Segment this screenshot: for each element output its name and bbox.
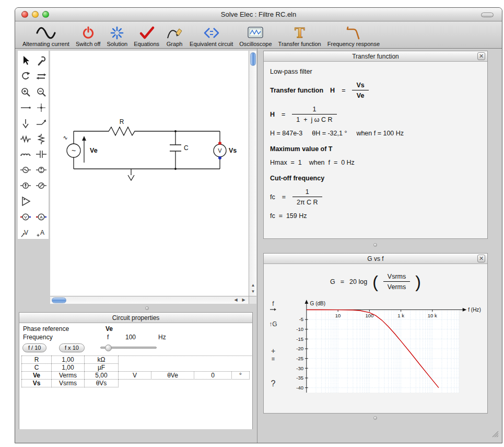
- ground-tool[interactable]: [19, 118, 32, 129]
- scroll-right-button[interactable]: ▶: [240, 296, 248, 304]
- svg-text:-30: -30: [296, 365, 303, 371]
- freq-divide-button[interactable]: f / 10: [22, 343, 46, 352]
- cutoff-equation: fc = 1 2π C R: [270, 188, 481, 206]
- current-label-tool[interactable]: A: [34, 227, 48, 238]
- switch-off-button[interactable]: Switch off: [73, 22, 104, 47]
- freq-multiply-button[interactable]: f x 10: [59, 343, 85, 352]
- g-vs-f-header: G vs f ✕: [264, 254, 487, 264]
- voltmeter-tool[interactable]: V: [19, 211, 32, 223]
- solution-button[interactable]: Solution: [103, 22, 131, 47]
- zoom-in-tool[interactable]: [19, 86, 32, 98]
- oscilloscope-button[interactable]: Oscilloscope: [236, 22, 275, 47]
- frequency-slider-knob[interactable]: [105, 345, 112, 351]
- frequency-value[interactable]: 100: [125, 334, 136, 341]
- capacitor-label: C: [184, 144, 189, 152]
- frequency-response-icon: [345, 24, 362, 40]
- svg-text:-10: -10: [296, 326, 303, 332]
- wire-tool[interactable]: [19, 102, 32, 113]
- phase-reference-value[interactable]: Ve: [106, 325, 113, 333]
- select-tool[interactable]: [19, 55, 32, 66]
- x-axis-variable-button[interactable]: f: [269, 301, 277, 312]
- maximum-heading: Maximum value of T: [270, 145, 481, 153]
- capacitor-tool[interactable]: [34, 148, 48, 160]
- wrench-tool[interactable]: [34, 55, 48, 66]
- left-splitter-handle[interactable]: [145, 306, 149, 310]
- svg-text:10: 10: [335, 313, 341, 318]
- scroll-up-button[interactable]: ▲: [249, 282, 257, 289]
- resistor-label: R: [120, 118, 124, 125]
- ac-source-tool[interactable]: [19, 164, 32, 176]
- ammeter-tool[interactable]: A: [34, 211, 48, 223]
- equivalent-circuit-button[interactable]: Equivalent circuit: [186, 22, 236, 47]
- current-source-tool[interactable]: [19, 180, 32, 191]
- canvas-horizontal-scrollbar[interactable]: ◀ ▶: [50, 296, 249, 304]
- component-value-cell[interactable]: 1,00: [51, 363, 85, 372]
- graph-icon: [166, 24, 183, 40]
- probe-tool[interactable]: [34, 118, 48, 129]
- help-button[interactable]: ?: [271, 380, 276, 388]
- rheostat-tool[interactable]: [34, 133, 48, 145]
- inductor-tool[interactable]: [19, 148, 32, 160]
- resistor-tool[interactable]: [19, 133, 32, 145]
- frequency-unit: Hz: [158, 334, 166, 341]
- solution-icon: [109, 24, 125, 40]
- component-name-cell: Vs: [21, 379, 52, 387]
- vsrms-verms-fraction: Vsrms Verms: [383, 273, 410, 291]
- right-splitter-handle-bottom[interactable]: [373, 416, 377, 420]
- panel-title: G vs f: [367, 255, 383, 262]
- alternating-current-button[interactable]: Alternating current: [19, 22, 73, 47]
- node-tool[interactable]: [34, 102, 48, 113]
- canvas-vertical-scrollbar[interactable]: ▲ ▼: [249, 51, 256, 296]
- table-row: Ve Verms 5,00 V θVe 0 °: [21, 371, 253, 380]
- circuit-canvas[interactable]: ~ ∿ V R C Ve Vs: [50, 51, 249, 296]
- svg-text:-20: -20: [296, 346, 303, 351]
- transfer-function-icon: T: [293, 24, 307, 40]
- transfer-function-header: Transfer function ✕: [264, 51, 487, 62]
- y-axis-variable-button[interactable]: ↑G: [269, 321, 277, 327]
- transfer-function-button[interactable]: T Transfer function: [275, 22, 324, 47]
- toolbar-toggle-button[interactable]: [481, 13, 494, 17]
- ac-marker: ∿: [63, 134, 67, 141]
- ve-arrowhead: [82, 136, 86, 141]
- controlled-source-tool[interactable]: [34, 180, 48, 191]
- component-value-cell[interactable]: 5,00: [84, 371, 119, 380]
- voltage-label-tool[interactable]: V: [19, 227, 32, 238]
- voltmeter-label: Vs: [229, 147, 237, 154]
- swap-tool[interactable]: [34, 71, 48, 82]
- zoom-out-tool[interactable]: [34, 86, 48, 98]
- junction-dot: [174, 130, 177, 132]
- pane-divider[interactable]: [257, 49, 257, 443]
- dc-source-tool[interactable]: [34, 164, 48, 176]
- frequency-response-button[interactable]: Frequency response: [324, 22, 383, 47]
- add-curve-button[interactable]: +≡: [271, 347, 275, 362]
- equals-lines-icon: ≡: [272, 356, 275, 362]
- equations-button[interactable]: Equations: [131, 22, 162, 47]
- frequency-slider[interactable]: [100, 347, 157, 349]
- component-value-cell[interactable]: 1,00: [51, 356, 85, 364]
- close-panel-button[interactable]: ✕: [477, 52, 485, 60]
- bode-plot: 101001 k10 k-5-10-15-20-25-30-35-40G (dB…: [283, 296, 487, 402]
- svg-text:-5: -5: [299, 316, 304, 322]
- scroll-down-button[interactable]: ▼: [249, 289, 257, 295]
- scroll-left-button[interactable]: ◀: [232, 296, 240, 304]
- opamp-tool[interactable]: [19, 196, 32, 207]
- graph-button[interactable]: Graph: [162, 22, 186, 47]
- window-resize-grip[interactable]: [490, 429, 499, 440]
- rotate-tool[interactable]: [19, 71, 32, 82]
- horizontal-scroll-thumb[interactable]: [52, 297, 66, 303]
- component-unit-cell: kΩ: [84, 356, 119, 364]
- component-param-cell: θVe: [151, 371, 194, 380]
- maximum-value-line: Hmax = 1 when f = 0 Hz: [270, 159, 481, 166]
- titlebar[interactable]: Solve Elec : Filtre RC.eln: [15, 8, 502, 21]
- scrollbar-corner: [249, 296, 256, 304]
- vertical-scroll-thumb[interactable]: [250, 52, 256, 66]
- transfer-definition-equation: Transfer function H = Vs Ve: [270, 82, 481, 99]
- table-row: R 1,00 kΩ: [21, 356, 253, 364]
- source-symbol: ~: [72, 146, 76, 155]
- tool-palette: V A V A: [18, 51, 49, 239]
- voltmeter-positive-terminal: [218, 142, 221, 145]
- close-panel-button[interactable]: ✕: [477, 255, 485, 262]
- right-splitter-handle-top[interactable]: [373, 243, 377, 247]
- component-value-cell[interactable]: 0: [194, 371, 232, 380]
- svg-text:-15: -15: [296, 336, 303, 342]
